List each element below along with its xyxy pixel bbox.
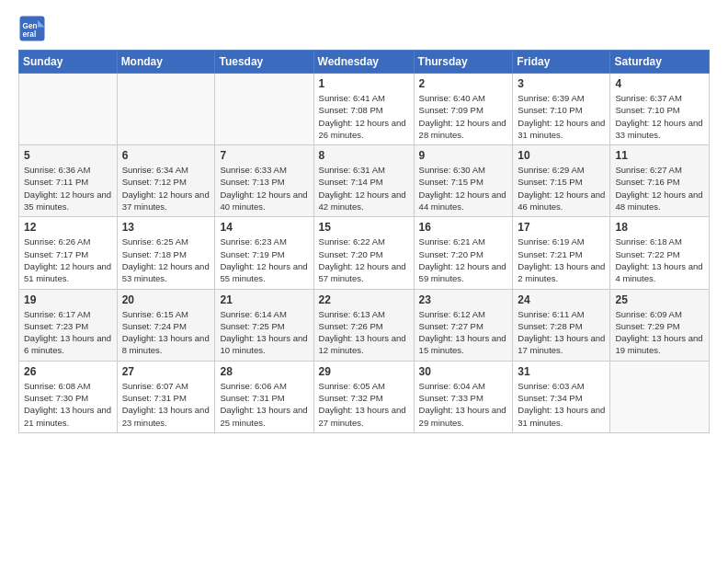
calendar-cell: 25Sunrise: 6:09 AM Sunset: 7:29 PM Dayli… [610, 289, 710, 361]
calendar-cell: 23Sunrise: 6:12 AM Sunset: 7:27 PM Dayli… [414, 289, 513, 361]
calendar-cell [610, 361, 710, 432]
day-header-monday: Monday [117, 51, 215, 74]
day-info: Sunrise: 6:05 AM Sunset: 7:32 PM Dayligh… [319, 380, 409, 429]
day-info: Sunrise: 6:06 AM Sunset: 7:31 PM Dayligh… [220, 380, 308, 429]
calendar-week-5: 26Sunrise: 6:08 AM Sunset: 7:30 PM Dayli… [19, 361, 710, 432]
day-number: 31 [518, 365, 605, 378]
calendar-cell: 15Sunrise: 6:22 AM Sunset: 7:20 PM Dayli… [313, 217, 414, 289]
calendar-cell: 13Sunrise: 6:25 AM Sunset: 7:18 PM Dayli… [117, 217, 215, 289]
day-number: 17 [518, 221, 605, 234]
calendar-cell: 19Sunrise: 6:17 AM Sunset: 7:23 PM Dayli… [19, 289, 118, 361]
calendar-cell: 31Sunrise: 6:03 AM Sunset: 7:34 PM Dayli… [513, 361, 610, 432]
calendar-cell: 3Sunrise: 6:39 AM Sunset: 7:10 PM Daylig… [513, 74, 610, 145]
calendar-cell [117, 74, 215, 145]
calendar-cell: 21Sunrise: 6:14 AM Sunset: 7:25 PM Dayli… [215, 289, 313, 361]
calendar-cell: 22Sunrise: 6:13 AM Sunset: 7:26 PM Dayli… [313, 289, 414, 361]
day-info: Sunrise: 6:40 AM Sunset: 7:09 PM Dayligh… [419, 92, 508, 141]
day-header-sunday: Sunday [19, 51, 118, 74]
day-info: Sunrise: 6:31 AM Sunset: 7:14 PM Dayligh… [319, 164, 409, 213]
day-info: Sunrise: 6:22 AM Sunset: 7:20 PM Dayligh… [319, 236, 409, 284]
calendar-cell: 1Sunrise: 6:41 AM Sunset: 7:08 PM Daylig… [313, 74, 414, 145]
day-info: Sunrise: 6:39 AM Sunset: 7:10 PM Dayligh… [518, 92, 605, 141]
day-number: 19 [24, 293, 112, 306]
day-number: 2 [419, 77, 508, 90]
day-number: 16 [419, 221, 508, 234]
day-header-friday: Friday [513, 51, 610, 74]
day-info: Sunrise: 6:04 AM Sunset: 7:33 PM Dayligh… [419, 380, 508, 429]
day-number: 8 [319, 149, 409, 162]
logo: Gen eral [18, 15, 50, 42]
day-info: Sunrise: 6:19 AM Sunset: 7:21 PM Dayligh… [518, 236, 605, 284]
calendar-cell: 12Sunrise: 6:26 AM Sunset: 7:17 PM Dayli… [19, 217, 118, 289]
calendar-cell: 2Sunrise: 6:40 AM Sunset: 7:09 PM Daylig… [414, 74, 513, 145]
day-number: 11 [615, 149, 704, 162]
day-number: 18 [615, 221, 704, 234]
day-info: Sunrise: 6:18 AM Sunset: 7:22 PM Dayligh… [615, 236, 704, 284]
day-number: 26 [24, 365, 112, 378]
day-number: 12 [24, 221, 112, 234]
day-header-saturday: Saturday [610, 51, 710, 74]
day-number: 27 [122, 365, 210, 378]
day-info: Sunrise: 6:11 AM Sunset: 7:28 PM Dayligh… [518, 308, 605, 357]
calendar-cell: 14Sunrise: 6:23 AM Sunset: 7:19 PM Dayli… [215, 217, 313, 289]
day-number: 14 [220, 221, 308, 234]
day-number: 10 [518, 149, 605, 162]
calendar-cell: 18Sunrise: 6:18 AM Sunset: 7:22 PM Dayli… [610, 217, 710, 289]
calendar-cell: 10Sunrise: 6:29 AM Sunset: 7:15 PM Dayli… [513, 145, 610, 217]
day-number: 20 [122, 293, 210, 306]
day-info: Sunrise: 6:09 AM Sunset: 7:29 PM Dayligh… [615, 308, 704, 357]
day-number: 13 [122, 221, 210, 234]
calendar-cell: 11Sunrise: 6:27 AM Sunset: 7:16 PM Dayli… [610, 145, 710, 217]
calendar-cell [19, 74, 118, 145]
day-info: Sunrise: 6:03 AM Sunset: 7:34 PM Dayligh… [518, 380, 605, 429]
day-number: 5 [24, 149, 112, 162]
calendar-week-4: 19Sunrise: 6:17 AM Sunset: 7:23 PM Dayli… [19, 289, 710, 361]
day-number: 23 [419, 293, 508, 306]
day-info: Sunrise: 6:21 AM Sunset: 7:20 PM Dayligh… [419, 236, 508, 284]
svg-text:Gen: Gen [23, 22, 38, 30]
day-info: Sunrise: 6:25 AM Sunset: 7:18 PM Dayligh… [122, 236, 210, 284]
calendar-cell: 20Sunrise: 6:15 AM Sunset: 7:24 PM Dayli… [117, 289, 215, 361]
calendar-cell: 16Sunrise: 6:21 AM Sunset: 7:20 PM Dayli… [414, 217, 513, 289]
day-info: Sunrise: 6:13 AM Sunset: 7:26 PM Dayligh… [319, 308, 409, 357]
calendar-cell: 29Sunrise: 6:05 AM Sunset: 7:32 PM Dayli… [313, 361, 414, 432]
day-number: 4 [615, 77, 704, 90]
header: Gen eral [18, 15, 710, 42]
day-info: Sunrise: 6:26 AM Sunset: 7:17 PM Dayligh… [24, 236, 112, 284]
calendar-cell: 7Sunrise: 6:33 AM Sunset: 7:13 PM Daylig… [215, 145, 313, 217]
day-info: Sunrise: 6:07 AM Sunset: 7:31 PM Dayligh… [122, 380, 210, 429]
day-info: Sunrise: 6:29 AM Sunset: 7:15 PM Dayligh… [518, 164, 605, 213]
day-number: 22 [319, 293, 409, 306]
day-info: Sunrise: 6:34 AM Sunset: 7:12 PM Dayligh… [122, 164, 210, 213]
day-number: 25 [615, 293, 704, 306]
day-number: 24 [518, 293, 605, 306]
day-info: Sunrise: 6:33 AM Sunset: 7:13 PM Dayligh… [220, 164, 308, 213]
day-header-tuesday: Tuesday [215, 51, 313, 74]
day-info: Sunrise: 6:41 AM Sunset: 7:08 PM Dayligh… [319, 92, 409, 141]
day-number: 3 [518, 77, 605, 90]
calendar-cell: 26Sunrise: 6:08 AM Sunset: 7:30 PM Dayli… [19, 361, 118, 432]
calendar-cell: 4Sunrise: 6:37 AM Sunset: 7:10 PM Daylig… [610, 74, 710, 145]
calendar-week-3: 12Sunrise: 6:26 AM Sunset: 7:17 PM Dayli… [19, 217, 710, 289]
calendar-cell: 8Sunrise: 6:31 AM Sunset: 7:14 PM Daylig… [313, 145, 414, 217]
day-info: Sunrise: 6:27 AM Sunset: 7:16 PM Dayligh… [615, 164, 704, 213]
day-number: 28 [220, 365, 308, 378]
calendar-cell: 30Sunrise: 6:04 AM Sunset: 7:33 PM Dayli… [414, 361, 513, 432]
day-info: Sunrise: 6:23 AM Sunset: 7:19 PM Dayligh… [220, 236, 308, 284]
day-number: 9 [419, 149, 508, 162]
day-info: Sunrise: 6:15 AM Sunset: 7:24 PM Dayligh… [122, 308, 210, 357]
day-header-thursday: Thursday [414, 51, 513, 74]
day-info: Sunrise: 6:36 AM Sunset: 7:11 PM Dayligh… [24, 164, 112, 213]
day-info: Sunrise: 6:37 AM Sunset: 7:10 PM Dayligh… [615, 92, 704, 141]
day-number: 29 [319, 365, 409, 378]
calendar-week-2: 5Sunrise: 6:36 AM Sunset: 7:11 PM Daylig… [19, 145, 710, 217]
calendar-week-1: 1Sunrise: 6:41 AM Sunset: 7:08 PM Daylig… [19, 74, 710, 145]
day-number: 1 [319, 77, 409, 90]
day-number: 7 [220, 149, 308, 162]
logo-icon: Gen eral [18, 15, 46, 42]
day-number: 6 [122, 149, 210, 162]
calendar-cell: 17Sunrise: 6:19 AM Sunset: 7:21 PM Dayli… [513, 217, 610, 289]
calendar-cell: 9Sunrise: 6:30 AM Sunset: 7:15 PM Daylig… [414, 145, 513, 217]
svg-text:eral: eral [23, 30, 37, 39]
day-number: 30 [419, 365, 508, 378]
